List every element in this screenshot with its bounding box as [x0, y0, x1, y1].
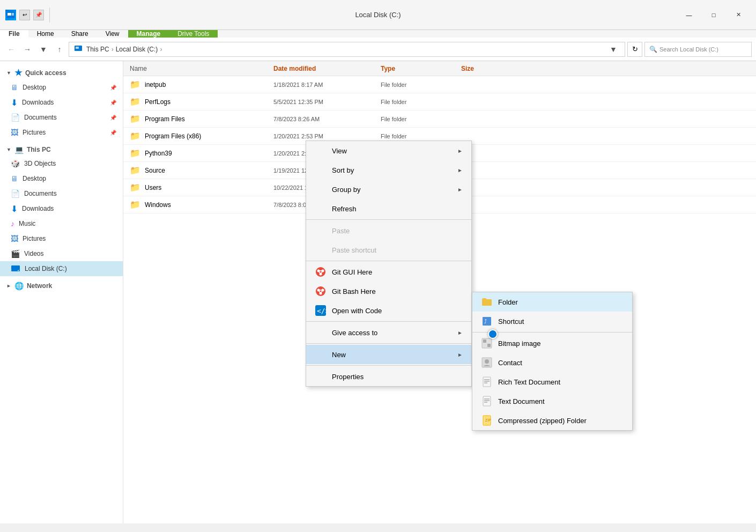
folder-icon: 📁: [130, 200, 140, 210]
sidebar-section-this-pc[interactable]: ▼ 💻 This PC: [0, 143, 123, 156]
submenu-text[interactable]: Text Document: [472, 391, 632, 411]
table-row[interactable]: 📁Program Files 7/8/2023 8:26 AM File fol…: [123, 110, 756, 128]
submenu-sep-1: [472, 332, 632, 332]
col-header-name[interactable]: Name: [123, 65, 273, 72]
sidebar-item-desktop[interactable]: 🖥 Desktop: [0, 171, 123, 186]
tab-home[interactable]: Home: [28, 30, 63, 38]
svg-point-7: [18, 270, 19, 271]
ctx-paste[interactable]: Paste: [306, 221, 471, 240]
submenu-folder[interactable]: Folder: [472, 292, 632, 312]
submenu-zip[interactable]: ZIP Compressed (zipped) Folder: [472, 411, 632, 430]
tab-drive-tools[interactable]: Drive Tools: [169, 30, 218, 38]
table-row[interactable]: 📁inetpub 1/18/2021 8:17 AM File folder: [123, 76, 756, 93]
sidebar-item-videos[interactable]: 🎬 Videos: [0, 246, 123, 261]
minimize-button[interactable]: —: [677, 0, 701, 30]
git-bash-icon: [315, 285, 327, 297]
sidebar-item-local-disk[interactable]: Local Disk (C:): [0, 261, 123, 276]
maximize-button[interactable]: □: [701, 0, 726, 30]
ctx-git-gui[interactable]: Git GUI Here: [306, 262, 471, 282]
paste-icon: [315, 225, 327, 237]
ctx-git-bash[interactable]: Git Bash Here: [306, 282, 471, 301]
ctx-refresh[interactable]: Refresh: [306, 199, 471, 218]
sidebar-label-desktop-quick: Desktop: [23, 84, 46, 91]
ctx-properties[interactable]: Properties: [306, 367, 471, 386]
ctx-view[interactable]: View ►: [306, 141, 471, 160]
submenu-text-label: Text Document: [498, 397, 545, 405]
sidebar-item-pictures[interactable]: 🖼 Pictures: [0, 231, 123, 246]
ctx-group-label: Group by: [332, 186, 360, 194]
submenu-contact[interactable]: Contact: [472, 353, 632, 372]
address-dropdown-button[interactable]: ▼: [606, 42, 620, 56]
git-gui-icon: [315, 266, 327, 278]
svg-text:</>: </>: [317, 307, 326, 315]
search-box[interactable]: 🔍 Search Local Disk (C:): [644, 42, 752, 57]
refresh-icon: [315, 203, 327, 215]
forward-button[interactable]: →: [20, 42, 34, 56]
window-title: Local Disk (C:): [355, 11, 401, 19]
sidebar-item-documents[interactable]: 📄 Documents: [0, 186, 123, 201]
quick-access-pin[interactable]: 📌: [33, 10, 44, 20]
svg-rect-33: [483, 377, 491, 387]
sidebar-item-downloads-quick[interactable]: ⬇ Downloads 📌: [0, 95, 123, 110]
recent-button[interactable]: ▼: [36, 42, 50, 56]
tab-share[interactable]: Share: [63, 30, 97, 38]
ctx-view-arrow: ►: [457, 148, 463, 154]
ctx-sort[interactable]: Sort by ►: [306, 160, 471, 180]
ribbon: File Home Share View Manage Drive Tools: [0, 30, 756, 38]
back-button[interactable]: ←: [4, 42, 18, 56]
ctx-new[interactable]: New ►: [306, 345, 471, 364]
sidebar-section-quick-access[interactable]: ▼ ★ Quick access: [0, 65, 123, 80]
quick-access-undo[interactable]: ↩: [19, 10, 30, 20]
sidebar-item-desktop-quick[interactable]: 🖥 Desktop 📌: [0, 80, 123, 95]
table-row[interactable]: 📁PerfLogs 5/5/2021 12:35 PM File folder: [123, 93, 756, 110]
sidebar-item-music[interactable]: ♪ Music: [0, 216, 123, 231]
ctx-group[interactable]: Group by ►: [306, 180, 471, 199]
submenu-shortcut-label: Shortcut: [498, 317, 524, 326]
file-list: Name Date modified Type Size 📁inetpub 1/…: [123, 61, 756, 523]
tab-file[interactable]: File: [0, 30, 28, 38]
sidebar-item-pictures-quick[interactable]: 🖼 Pictures 📌: [0, 125, 123, 140]
window-controls: — □ ✕: [677, 0, 751, 30]
ctx-sep-5: [306, 365, 471, 366]
col-header-type[interactable]: Type: [381, 65, 461, 72]
contact-icon: [481, 357, 493, 368]
properties-icon: [315, 371, 327, 382]
svg-text:ZIP: ZIP: [485, 418, 491, 422]
address-box[interactable]: This PC › Local Disk (C:) › ▼: [69, 42, 625, 57]
sidebar-label-downloads: Downloads: [22, 205, 54, 212]
ctx-group-arrow: ►: [457, 187, 463, 193]
bitmap-icon: [481, 337, 493, 349]
path-this-pc[interactable]: This PC: [86, 46, 109, 53]
submenu-rtf-label: Rich Text Document: [498, 378, 560, 386]
ctx-give-access-arrow: ►: [457, 330, 463, 336]
ctx-give-access-label: Give access to: [332, 329, 377, 337]
submenu-shortcut[interactable]: ⤴ Shortcut: [472, 312, 632, 331]
folder-icon: 📁: [130, 148, 140, 158]
path-local-disk[interactable]: Local Disk (C:): [116, 46, 158, 53]
up-button[interactable]: ↑: [53, 42, 66, 56]
ctx-sort-label: Sort by: [332, 166, 354, 174]
pin-icon-4: 📌: [110, 130, 116, 136]
tab-manage[interactable]: Manage: [128, 30, 169, 38]
folder-icon: 📁: [130, 182, 140, 193]
ctx-paste-label: Paste: [332, 227, 350, 235]
ctx-give-access[interactable]: Give access to ►: [306, 323, 471, 342]
sidebar-item-downloads[interactable]: ⬇ Downloads: [0, 201, 123, 216]
ctx-properties-label: Properties: [332, 373, 364, 381]
tab-view[interactable]: View: [97, 30, 128, 38]
submenu-rtf[interactable]: Rich Text Document: [472, 372, 632, 391]
col-header-date[interactable]: Date modified: [273, 65, 381, 72]
drive-icon-2: [11, 264, 20, 274]
sidebar-item-3d-objects[interactable]: 🎲 3D Objects: [0, 156, 123, 171]
sidebar-section-network[interactable]: ► 🌐 Network: [0, 279, 123, 292]
sidebar-item-documents-quick[interactable]: 📄 Documents 📌: [0, 110, 123, 125]
refresh-button[interactable]: ↻: [627, 42, 642, 57]
ctx-paste-shortcut[interactable]: Paste shortcut: [306, 240, 471, 260]
col-header-size[interactable]: Size: [461, 65, 756, 72]
sidebar-label-pictures-quick: Pictures: [23, 129, 46, 136]
submenu-bitmap[interactable]: Bitmap image: [472, 334, 632, 353]
download-icon-2: ⬇: [11, 204, 18, 214]
close-button[interactable]: ✕: [726, 0, 751, 30]
ctx-open-code[interactable]: </> Open with Code: [306, 301, 471, 320]
network-label: Network: [27, 282, 52, 290]
